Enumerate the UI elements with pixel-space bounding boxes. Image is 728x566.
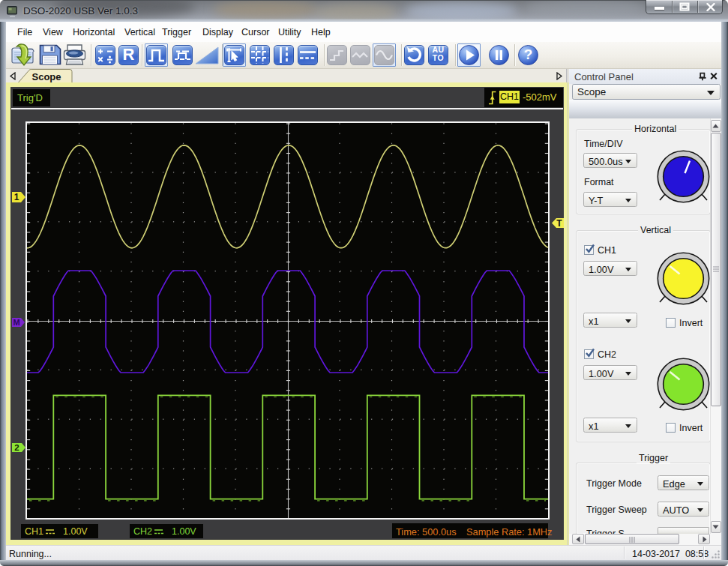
svg-text:T: T bbox=[556, 218, 562, 229]
svg-text:M: M bbox=[13, 318, 19, 327]
svg-text:1: 1 bbox=[14, 192, 19, 202]
svg-text:2: 2 bbox=[14, 443, 19, 452]
